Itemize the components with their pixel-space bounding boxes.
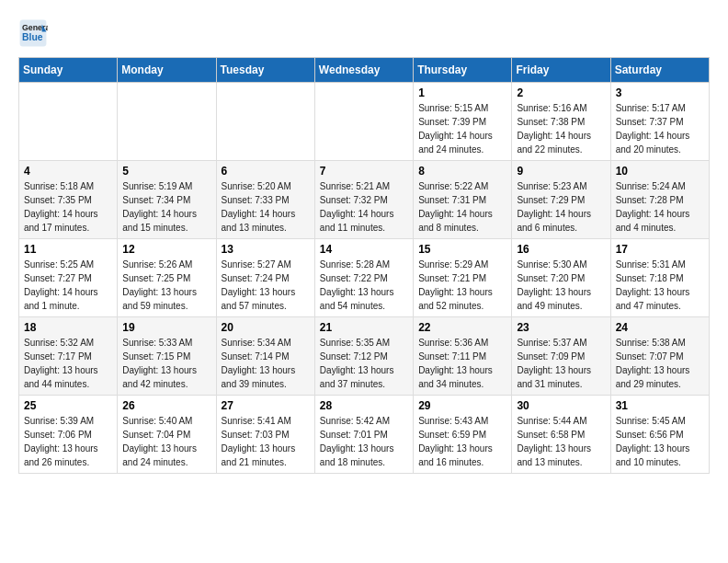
day-info: Sunrise: 5:40 AM Sunset: 7:04 PM Dayligh… <box>122 414 210 469</box>
day-info: Sunrise: 5:45 AM Sunset: 6:56 PM Dayligh… <box>616 414 704 469</box>
day-info: Sunrise: 5:36 AM Sunset: 7:11 PM Dayligh… <box>418 336 506 391</box>
day-number: 20 <box>222 321 310 334</box>
logo-icon: General Blue <box>18 18 48 48</box>
day-number: 10 <box>616 165 704 178</box>
weekday-header-monday: Monday <box>118 58 216 83</box>
calendar-cell: 2Sunrise: 5:16 AM Sunset: 7:38 PM Daylig… <box>512 83 610 161</box>
calendar-cell: 20Sunrise: 5:34 AM Sunset: 7:14 PM Dayli… <box>216 317 314 396</box>
day-number: 4 <box>24 165 112 178</box>
day-number: 26 <box>122 399 210 412</box>
day-info: Sunrise: 5:34 AM Sunset: 7:14 PM Dayligh… <box>222 336 310 391</box>
calendar-cell <box>19 83 118 161</box>
calendar-cell: 17Sunrise: 5:31 AM Sunset: 7:18 PM Dayli… <box>610 239 709 317</box>
calendar-cell: 18Sunrise: 5:32 AM Sunset: 7:17 PM Dayli… <box>19 317 118 396</box>
calendar-week-3: 11Sunrise: 5:25 AM Sunset: 7:27 PM Dayli… <box>19 239 710 317</box>
day-info: Sunrise: 5:16 AM Sunset: 7:38 PM Dayligh… <box>517 101 605 156</box>
day-number: 17 <box>616 243 704 256</box>
calendar-cell: 14Sunrise: 5:28 AM Sunset: 7:22 PM Dayli… <box>314 239 413 317</box>
calendar-cell: 1Sunrise: 5:15 AM Sunset: 7:39 PM Daylig… <box>414 83 512 161</box>
calendar-cell: 4Sunrise: 5:18 AM Sunset: 7:35 PM Daylig… <box>19 161 118 239</box>
calendar-cell: 10Sunrise: 5:24 AM Sunset: 7:28 PM Dayli… <box>610 161 709 239</box>
day-number: 15 <box>418 243 506 256</box>
day-info: Sunrise: 5:21 AM Sunset: 7:32 PM Dayligh… <box>320 179 408 235</box>
calendar-cell: 7Sunrise: 5:21 AM Sunset: 7:32 PM Daylig… <box>314 161 413 239</box>
day-number: 1 <box>418 86 506 99</box>
day-info: Sunrise: 5:20 AM Sunset: 7:33 PM Dayligh… <box>222 179 310 235</box>
day-number: 2 <box>517 86 605 99</box>
calendar-cell <box>314 83 413 161</box>
day-number: 3 <box>616 86 704 99</box>
day-info: Sunrise: 5:23 AM Sunset: 7:29 PM Dayligh… <box>517 179 605 235</box>
day-info: Sunrise: 5:29 AM Sunset: 7:21 PM Dayligh… <box>418 258 506 313</box>
weekday-header-tuesday: Tuesday <box>216 58 314 83</box>
svg-text:Blue: Blue <box>22 32 43 42</box>
day-number: 25 <box>24 399 112 412</box>
calendar-week-1: 1Sunrise: 5:15 AM Sunset: 7:39 PM Daylig… <box>19 83 710 161</box>
calendar-cell: 5Sunrise: 5:19 AM Sunset: 7:34 PM Daylig… <box>118 161 216 239</box>
day-number: 11 <box>24 243 112 256</box>
calendar-cell: 21Sunrise: 5:35 AM Sunset: 7:12 PM Dayli… <box>314 317 413 396</box>
calendar-cell: 9Sunrise: 5:23 AM Sunset: 7:29 PM Daylig… <box>512 161 610 239</box>
calendar-header: SundayMondayTuesdayWednesdayThursdayFrid… <box>19 58 710 83</box>
calendar-cell: 6Sunrise: 5:20 AM Sunset: 7:33 PM Daylig… <box>216 161 314 239</box>
day-info: Sunrise: 5:37 AM Sunset: 7:09 PM Dayligh… <box>517 336 605 391</box>
calendar-week-2: 4Sunrise: 5:18 AM Sunset: 7:35 PM Daylig… <box>19 161 710 239</box>
calendar-cell: 27Sunrise: 5:41 AM Sunset: 7:03 PM Dayli… <box>216 396 314 474</box>
day-number: 18 <box>24 321 112 334</box>
day-info: Sunrise: 5:24 AM Sunset: 7:28 PM Dayligh… <box>616 179 704 235</box>
calendar-cell: 16Sunrise: 5:30 AM Sunset: 7:20 PM Dayli… <box>512 239 610 317</box>
day-info: Sunrise: 5:15 AM Sunset: 7:39 PM Dayligh… <box>418 101 506 156</box>
weekday-header-thursday: Thursday <box>414 58 512 83</box>
day-info: Sunrise: 5:28 AM Sunset: 7:22 PM Dayligh… <box>320 258 408 313</box>
day-number: 22 <box>418 321 506 334</box>
day-info: Sunrise: 5:32 AM Sunset: 7:17 PM Dayligh… <box>24 336 112 391</box>
day-info: Sunrise: 5:31 AM Sunset: 7:18 PM Dayligh… <box>616 258 704 313</box>
day-number: 28 <box>320 399 408 412</box>
day-number: 6 <box>222 165 310 178</box>
day-info: Sunrise: 5:42 AM Sunset: 7:01 PM Dayligh… <box>320 414 408 469</box>
day-number: 7 <box>320 165 408 178</box>
day-number: 19 <box>122 321 210 334</box>
day-info: Sunrise: 5:33 AM Sunset: 7:15 PM Dayligh… <box>122 336 210 391</box>
day-info: Sunrise: 5:41 AM Sunset: 7:03 PM Dayligh… <box>222 414 310 469</box>
calendar-body: 1Sunrise: 5:15 AM Sunset: 7:39 PM Daylig… <box>19 83 710 474</box>
calendar-cell: 23Sunrise: 5:37 AM Sunset: 7:09 PM Dayli… <box>512 317 610 396</box>
day-number: 16 <box>517 243 605 256</box>
calendar-week-5: 25Sunrise: 5:39 AM Sunset: 7:06 PM Dayli… <box>19 396 710 474</box>
day-info: Sunrise: 5:38 AM Sunset: 7:07 PM Dayligh… <box>616 336 704 391</box>
day-info: Sunrise: 5:18 AM Sunset: 7:35 PM Dayligh… <box>24 179 112 235</box>
day-number: 13 <box>222 243 310 256</box>
day-info: Sunrise: 5:22 AM Sunset: 7:31 PM Dayligh… <box>418 179 506 235</box>
calendar-cell: 12Sunrise: 5:26 AM Sunset: 7:25 PM Dayli… <box>118 239 216 317</box>
day-number: 9 <box>517 165 605 178</box>
calendar-cell: 22Sunrise: 5:36 AM Sunset: 7:11 PM Dayli… <box>414 317 512 396</box>
weekday-header-sunday: Sunday <box>19 58 118 83</box>
calendar-cell <box>216 83 314 161</box>
day-info: Sunrise: 5:35 AM Sunset: 7:12 PM Dayligh… <box>320 336 408 391</box>
calendar-cell: 25Sunrise: 5:39 AM Sunset: 7:06 PM Dayli… <box>19 396 118 474</box>
calendar-cell: 24Sunrise: 5:38 AM Sunset: 7:07 PM Dayli… <box>610 317 709 396</box>
day-number: 24 <box>616 321 704 334</box>
calendar-cell: 8Sunrise: 5:22 AM Sunset: 7:31 PM Daylig… <box>414 161 512 239</box>
day-number: 21 <box>320 321 408 334</box>
calendar-cell: 26Sunrise: 5:40 AM Sunset: 7:04 PM Dayli… <box>118 396 216 474</box>
weekday-header-wednesday: Wednesday <box>314 58 413 83</box>
weekday-header-saturday: Saturday <box>610 58 709 83</box>
calendar-cell: 28Sunrise: 5:42 AM Sunset: 7:01 PM Dayli… <box>314 396 413 474</box>
weekday-row: SundayMondayTuesdayWednesdayThursdayFrid… <box>19 58 710 83</box>
day-info: Sunrise: 5:19 AM Sunset: 7:34 PM Dayligh… <box>122 179 210 235</box>
calendar-cell: 15Sunrise: 5:29 AM Sunset: 7:21 PM Dayli… <box>414 239 512 317</box>
calendar-table: SundayMondayTuesdayWednesdayThursdayFrid… <box>18 57 710 474</box>
day-number: 12 <box>122 243 210 256</box>
calendar-cell: 30Sunrise: 5:44 AM Sunset: 6:58 PM Dayli… <box>512 396 610 474</box>
calendar-cell <box>118 83 216 161</box>
calendar-cell: 19Sunrise: 5:33 AM Sunset: 7:15 PM Dayli… <box>118 317 216 396</box>
day-info: Sunrise: 5:25 AM Sunset: 7:27 PM Dayligh… <box>24 258 112 313</box>
day-number: 29 <box>418 399 506 412</box>
calendar-cell: 31Sunrise: 5:45 AM Sunset: 6:56 PM Dayli… <box>610 396 709 474</box>
day-number: 30 <box>517 399 605 412</box>
day-info: Sunrise: 5:27 AM Sunset: 7:24 PM Dayligh… <box>222 258 310 313</box>
page-header: General Blue <box>18 18 710 48</box>
calendar-cell: 11Sunrise: 5:25 AM Sunset: 7:27 PM Dayli… <box>19 239 118 317</box>
calendar-cell: 13Sunrise: 5:27 AM Sunset: 7:24 PM Dayli… <box>216 239 314 317</box>
